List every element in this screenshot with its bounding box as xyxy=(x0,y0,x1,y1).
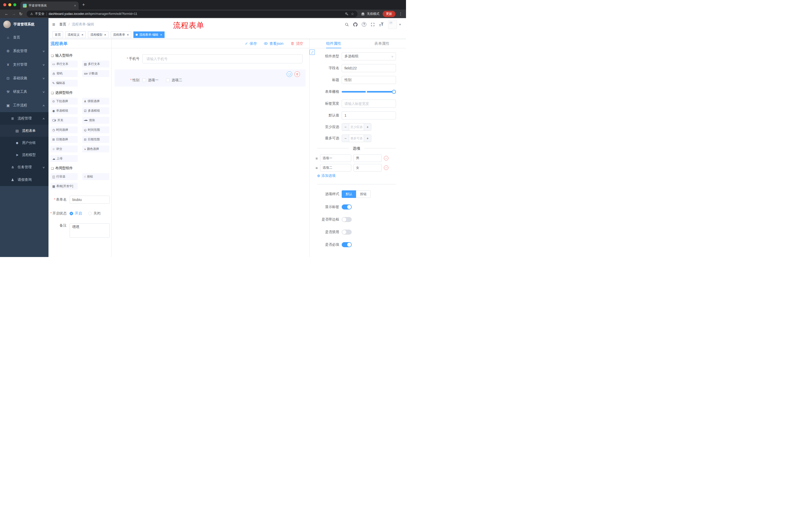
sidebar-item-process-form[interactable]: ▤流程表单 xyxy=(0,125,49,137)
option-value-input[interactable] xyxy=(353,164,382,171)
component-single-line-text[interactable]: ▭单行文本 xyxy=(51,61,78,67)
copy-component-icon[interactable]: ❏ xyxy=(287,72,292,77)
max-select-input[interactable] xyxy=(349,135,364,142)
canvas-field-phone[interactable]: *手机号 xyxy=(115,51,302,66)
slider-track[interactable] xyxy=(342,91,394,92)
option-value-input[interactable] xyxy=(353,154,382,162)
option-label-input[interactable] xyxy=(320,154,351,162)
minimize-window-button[interactable] xyxy=(8,3,11,6)
decrease-button[interactable]: − xyxy=(342,135,349,142)
tag-close-icon[interactable]: ✕ xyxy=(127,33,129,36)
add-option-button[interactable]: ⊕ 添加选项 xyxy=(317,173,396,178)
browser-tab[interactable]: 芋道管理系统 ✕ xyxy=(20,1,79,9)
tag-close-icon[interactable]: ✕ xyxy=(81,33,83,36)
component-radio-group[interactable]: ◉单选框组 xyxy=(51,107,78,114)
component-upload[interactable]: ☁上传 xyxy=(51,155,78,162)
phone-input[interactable] xyxy=(142,54,302,63)
tag-close-icon[interactable]: ✕ xyxy=(104,33,106,36)
with-border-toggle[interactable] xyxy=(342,217,352,222)
component-button[interactable]: ☝按钮 xyxy=(82,173,109,180)
sidebar-item-task-management[interactable]: ⋔任务管理∨ xyxy=(0,161,49,173)
new-tab-button[interactable]: + xyxy=(82,2,85,7)
field-name-input[interactable] xyxy=(342,64,396,72)
remove-option-icon[interactable]: − xyxy=(384,165,388,170)
component-checkbox-group[interactable]: ☑多选框组 xyxy=(82,107,109,114)
view-json-button[interactable]: 查看json xyxy=(264,41,283,46)
component-password[interactable]: 密码 xyxy=(51,70,78,77)
sidebar-item-payment-management[interactable]: ¥支付管理∨ xyxy=(0,58,49,72)
breadcrumb-home[interactable]: 首页 xyxy=(59,22,66,27)
tab-close-icon[interactable]: ✕ xyxy=(74,4,76,7)
style-button-button[interactable]: 按钮 xyxy=(356,190,371,198)
search-icon[interactable] xyxy=(345,22,349,27)
component-counter[interactable]: 123计数器 xyxy=(82,70,109,77)
show-label-toggle[interactable] xyxy=(342,205,352,210)
sidebar-item-dev-tools[interactable]: ⚒研发工具∨ xyxy=(0,85,49,99)
tag-process-model[interactable]: 流程模型✕ xyxy=(88,31,108,38)
tab-form-props[interactable]: 表单属性 xyxy=(358,39,406,48)
fullscreen-icon[interactable] xyxy=(371,22,375,27)
component-rate[interactable]: ☆评分 xyxy=(51,145,78,153)
security-warning-icon[interactable]: ⚠ xyxy=(30,12,33,16)
back-button[interactable]: ← xyxy=(4,11,8,16)
tag-home[interactable]: 首页 xyxy=(53,31,63,38)
required-toggle[interactable] xyxy=(342,242,352,247)
sidebar-item-process-management[interactable]: ≣流程管理∧ xyxy=(0,112,49,125)
tag-process-definition[interactable]: 流程定义✕ xyxy=(65,31,86,38)
form-canvas[interactable]: *手机号 ❏ *性别 选项一 选项二 xyxy=(112,48,309,257)
increase-button[interactable]: + xyxy=(364,135,371,142)
default-value-input[interactable] xyxy=(342,111,396,119)
save-button[interactable]: ✓保存 xyxy=(245,41,257,46)
avatar[interactable] xyxy=(388,20,397,29)
sidebar-item-user-group[interactable]: ☻用户分组 xyxy=(0,137,49,149)
hamburger-icon[interactable]: ≡ xyxy=(52,22,55,27)
decrease-button[interactable]: − xyxy=(342,124,349,131)
component-select[interactable]: ⊙下拉选择 xyxy=(51,98,78,105)
checkbox-option-1[interactable]: 选项一 xyxy=(142,78,158,82)
disabled-toggle[interactable] xyxy=(342,229,352,235)
remove-option-icon[interactable]: − xyxy=(384,156,388,160)
form-name-input[interactable] xyxy=(69,196,110,204)
close-window-button[interactable] xyxy=(3,3,6,6)
tag-process-form-edit[interactable]: 流程表单-编辑✕ xyxy=(134,31,164,38)
sidebar-item-home[interactable]: ⌂首页 xyxy=(0,31,49,44)
sidebar-item-leave-query[interactable]: ♟请假查询 xyxy=(0,173,49,186)
component-multi-line-text[interactable]: ▤多行文本 xyxy=(82,61,109,67)
bookmark-star-icon[interactable]: ☆ xyxy=(351,12,354,16)
status-on-radio[interactable]: 开启 xyxy=(69,211,82,216)
clear-button[interactable]: 清空 xyxy=(290,41,303,46)
sidebar-item-infrastructure[interactable]: ⊡基础设施∨ xyxy=(0,72,49,85)
drag-handle-icon[interactable]: ≡ xyxy=(316,166,318,170)
password-key-icon[interactable] xyxy=(345,12,349,16)
delete-component-icon[interactable] xyxy=(294,72,300,77)
link-anchor-button[interactable] xyxy=(310,50,315,55)
address-bar[interactable]: ⚠ 不安全 dashboard.yudao.iocoder.cn/bpm/man… xyxy=(27,10,357,17)
reload-button[interactable]: ↻ xyxy=(19,11,22,16)
checkbox-option-2[interactable]: 选项二 xyxy=(166,78,182,82)
status-off-radio[interactable]: 关闭 xyxy=(88,211,100,216)
checkbox-icon[interactable] xyxy=(142,78,146,82)
option-label-input[interactable] xyxy=(320,164,351,171)
sidebar-item-system-management[interactable]: ⚙系统管理∨ xyxy=(0,44,49,58)
component-slider[interactable]: 滑块 xyxy=(82,117,109,124)
component-color-picker[interactable]: ◑颜色选择 xyxy=(82,145,109,153)
component-row-container[interactable]: ◫行容器 xyxy=(51,173,78,180)
component-date-picker[interactable]: ⊞日期选择 xyxy=(51,136,78,143)
tab-component-props[interactable]: 组件属性 xyxy=(310,39,358,48)
help-icon[interactable]: ? xyxy=(362,22,366,27)
title-input[interactable] xyxy=(342,76,396,84)
slider-handle[interactable] xyxy=(392,90,396,94)
min-select-input[interactable] xyxy=(349,124,364,131)
component-switch[interactable]: 开关 xyxy=(51,117,78,124)
zoom-window-button[interactable] xyxy=(13,3,16,6)
component-cascader[interactable]: ⋔级联选择 xyxy=(82,98,109,105)
increase-button[interactable]: + xyxy=(364,124,371,131)
update-button[interactable]: 更新 xyxy=(383,11,396,17)
style-default-button[interactable]: 默认 xyxy=(342,190,356,198)
checkbox-icon[interactable] xyxy=(166,78,170,82)
app-logo[interactable]: 芋道管理系统 xyxy=(0,18,49,31)
drag-handle-icon[interactable]: ≡ xyxy=(316,156,318,160)
font-size-icon[interactable]: TT xyxy=(379,22,383,27)
component-table[interactable]: ▦表格[开发中] xyxy=(51,183,78,190)
canvas-field-gender-selected[interactable]: ❏ *性别 选项一 选项二 xyxy=(115,70,306,86)
